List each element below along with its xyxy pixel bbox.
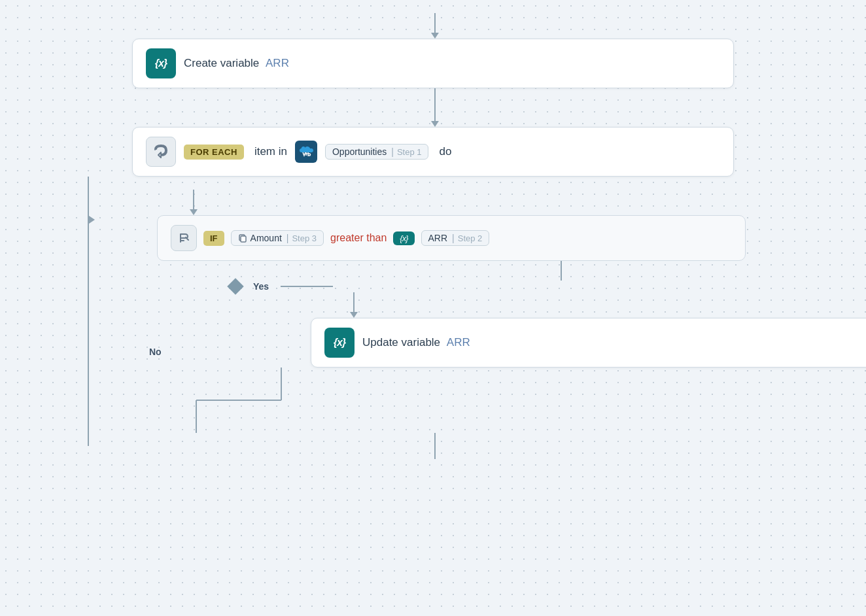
branch-icon xyxy=(177,231,190,245)
yes-branch-row: Yes xyxy=(230,281,866,292)
svg-rect-1 xyxy=(241,236,246,242)
arrow-1-2 xyxy=(431,121,439,127)
arr-var-chip[interactable]: {x} xyxy=(393,231,414,245)
yes-label: Yes xyxy=(253,281,269,292)
arr-variable-name: ARR xyxy=(266,57,289,69)
no-label-container: No xyxy=(144,346,167,358)
yes-branch-line xyxy=(281,286,333,287)
top-connector xyxy=(434,13,436,33)
if-to-diamond-connector xyxy=(561,261,562,281)
no-label: No xyxy=(149,347,162,357)
arrow-to-if xyxy=(190,209,198,215)
arr-step-label: Step 2 xyxy=(458,233,483,243)
branch-section: Yes {x} xyxy=(157,261,866,368)
foreach-item-in: item in xyxy=(254,145,287,158)
collection-name: Opportunities xyxy=(332,146,387,157)
create-variable-node[interactable]: {x} Create variable ARR xyxy=(54,39,812,88)
update-variable-node[interactable]: {x} Update variable ARR xyxy=(311,318,866,368)
branch-icon-box xyxy=(171,225,197,251)
update-variable-text: Update variable xyxy=(362,336,440,349)
salesforce-icon xyxy=(295,141,317,163)
foreach-do-text: do xyxy=(439,145,451,158)
amount-chip[interactable]: Amount | Step 3 xyxy=(231,230,324,246)
var-chip-icon: {x} xyxy=(400,233,407,243)
foreach-node[interactable]: FOR EACH item in Opportunities | Step 1 … xyxy=(54,127,812,177)
bottom-connector xyxy=(434,433,436,459)
opportunities-chip[interactable]: Opportunities | Step 1 xyxy=(325,144,429,160)
loop-back-svg xyxy=(157,368,419,446)
flow-canvas: {x} Create variable ARR FOR EACH item in xyxy=(41,0,825,472)
nested-arrow xyxy=(88,216,95,224)
if-step-label: Step 3 xyxy=(292,233,317,243)
loop-back-connectors xyxy=(157,368,419,446)
copy-icon xyxy=(238,233,247,243)
variable-icon: {x} xyxy=(146,48,176,78)
yes-to-update-connector xyxy=(353,292,355,312)
connector-to-if xyxy=(193,190,194,209)
operator-text: greater than xyxy=(330,232,387,244)
if-node[interactable]: IF Amount | Step 3 greater than xyxy=(157,215,746,261)
update-arr-name: ARR xyxy=(447,336,470,349)
yes-to-update-arrow xyxy=(350,312,358,318)
foreach-badge: FOR EACH xyxy=(184,145,244,160)
update-var-icon-box: {x} xyxy=(324,328,355,358)
arr-name: ARR xyxy=(428,233,448,243)
decision-diamond xyxy=(227,278,243,294)
top-arrow xyxy=(431,33,439,39)
create-variable-text: Create variable xyxy=(184,57,259,69)
field-name: Amount xyxy=(251,233,282,243)
loop-icon-box xyxy=(146,137,176,167)
connector-1-2 xyxy=(434,88,436,121)
arr-step-chip[interactable]: ARR | Step 2 xyxy=(421,230,490,246)
foreach-step-label: Step 1 xyxy=(397,147,422,157)
loop-icon xyxy=(154,145,168,159)
if-badge: IF xyxy=(203,231,224,246)
